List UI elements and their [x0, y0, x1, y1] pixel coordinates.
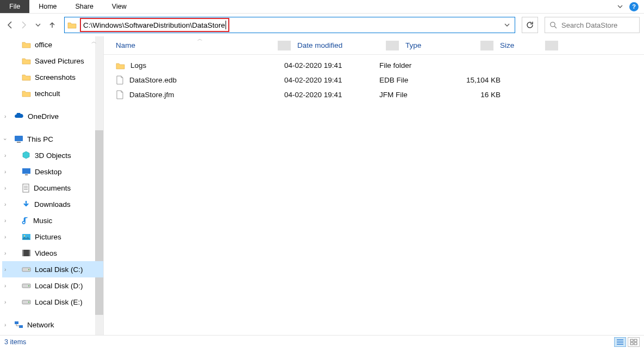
pic-icon — [22, 233, 31, 241]
up-button[interactable] — [47, 20, 58, 30]
recent-locations-button[interactable] — [33, 20, 43, 30]
chevron-right-icon[interactable]: › — [4, 169, 6, 175]
disk-icon — [22, 299, 31, 305]
chevron-right-icon[interactable]: › — [4, 250, 6, 256]
sidebar-item-pictures[interactable]: ›Pictures — [2, 229, 103, 245]
svg-rect-18 — [15, 321, 18, 324]
search-icon — [549, 21, 557, 29]
chevron-right-icon[interactable]: › — [4, 218, 6, 224]
sidebar-item-office[interactable]: office — [2, 36, 103, 53]
file-list-pane: ︿ Name Date modified Type Size Logs04-02… — [103, 36, 644, 335]
chevron-right-icon[interactable]: › — [4, 322, 6, 328]
chevron-right-icon[interactable]: › — [4, 201, 6, 207]
svg-point-8 — [24, 235, 26, 237]
sidebar-item-label: Documents — [34, 184, 71, 192]
sidebar-item-screenshots[interactable]: Screenshots — [2, 69, 103, 85]
expand-ribbon-icon[interactable] — [616, 3, 624, 10]
tab-home[interactable]: Home — [29, 0, 66, 13]
file-size: 15,104 KB — [454, 76, 506, 84]
sidebar-item-music[interactable]: ›Music — [2, 212, 103, 229]
sidebar-item-label: Network — [27, 321, 54, 329]
chevron-right-icon[interactable]: › — [4, 185, 6, 191]
chevron-down-icon[interactable]: › — [2, 138, 8, 140]
sidebar-item-label: Local Disk (E:) — [35, 298, 83, 306]
svg-point-0 — [551, 22, 555, 27]
chevron-right-icon[interactable]: › — [4, 153, 6, 159]
view-large-icons-button[interactable] — [628, 337, 640, 347]
sidebar-item-label: Desktop — [35, 168, 62, 176]
address-history-dropdown[interactable] — [499, 22, 515, 28]
file-icon — [116, 90, 124, 99]
cube-icon — [22, 151, 31, 160]
chevron-right-icon[interactable]: › — [4, 267, 6, 273]
chevron-right-icon[interactable]: › — [4, 283, 6, 289]
back-button[interactable] — [4, 20, 15, 30]
status-bar: 3 items — [0, 335, 644, 348]
search-input[interactable] — [561, 21, 635, 29]
column-size[interactable]: Size — [493, 41, 545, 49]
file-row[interactable]: Logs04-02-2020 19:41File folder — [104, 58, 644, 73]
file-row[interactable]: DataStore.jfm04-02-2020 19:41JFM File16 … — [104, 87, 644, 102]
chevron-right-icon[interactable]: › — [4, 299, 6, 305]
svg-rect-4 — [22, 168, 30, 174]
tab-file[interactable]: File — [0, 0, 29, 13]
search-box[interactable] — [545, 17, 640, 33]
address-bar[interactable]: C:\Windows\SoftwareDistribution\DataStor… — [64, 17, 515, 33]
file-modified: 04-02-2020 19:41 — [278, 61, 373, 69]
sidebar-item-onedrive[interactable]: › OneDrive — [2, 108, 103, 124]
tab-view[interactable]: View — [103, 0, 136, 13]
sidebar-item-label: Screenshots — [35, 73, 76, 81]
chevron-right-icon[interactable]: › — [4, 113, 6, 119]
help-icon[interactable]: ? — [629, 2, 639, 11]
sidebar-item-downloads[interactable]: ›Downloads — [2, 196, 103, 212]
column-type[interactable]: Type — [399, 41, 480, 49]
tab-share[interactable]: Share — [66, 0, 103, 13]
sidebar-item-label: This PC — [27, 135, 53, 143]
svg-rect-3 — [17, 142, 21, 143]
sidebar-item-desktop[interactable]: ›Desktop — [2, 163, 103, 180]
sidebar-item-label: Music — [33, 217, 52, 225]
sidebar-item-network[interactable]: › Network — [2, 317, 103, 333]
status-item-count: 3 items — [4, 338, 26, 346]
ribbon-tabs: File Home Share View ? — [0, 0, 644, 14]
disk-icon — [22, 266, 31, 273]
forward-button[interactable] — [18, 20, 29, 30]
scroll-up-icon[interactable]: ︿ — [91, 38, 97, 46]
refresh-button[interactable] — [522, 17, 538, 33]
folder-icon — [116, 62, 125, 69]
file-name: DataStore.jfm — [129, 91, 174, 99]
column-modified[interactable]: Date modified — [291, 41, 386, 49]
sidebar-item-saved-pictures[interactable]: Saved Pictures — [2, 53, 103, 69]
sidebar-item-local-disk-d-[interactable]: ›Local Disk (D:) — [2, 277, 103, 294]
sidebar-item-techcult[interactable]: techcult — [2, 85, 103, 102]
file-size: 16 KB — [454, 91, 506, 99]
sidebar-item-local-disk-c-[interactable]: ›Local Disk (C:) — [2, 261, 103, 277]
sidebar-item-thispc[interactable]: › This PC — [2, 131, 103, 147]
sidebar-item-label: office — [35, 41, 52, 49]
svg-rect-22 — [630, 343, 633, 345]
address-folder-icon — [65, 21, 79, 29]
sidebar-item-label: Local Disk (D:) — [35, 282, 83, 290]
sidebar-item-label: 3D Objects — [35, 151, 71, 160]
desktop-icon — [22, 168, 31, 175]
svg-rect-2 — [15, 136, 23, 141]
sidebar-item-3d-objects[interactable]: ›3D Objects — [2, 147, 103, 163]
doc-icon — [22, 184, 30, 193]
sidebar-item-label: OneDrive — [28, 112, 59, 121]
svg-rect-15 — [28, 286, 29, 287]
address-highlight: C:\Windows\SoftwareDistribution\DataStor… — [80, 18, 229, 32]
address-text[interactable]: C:\Windows\SoftwareDistribution\DataStor… — [83, 21, 225, 29]
sidebar-item-documents[interactable]: ›Documents — [2, 180, 103, 196]
sidebar-item-label: techcult — [35, 90, 60, 98]
chevron-right-icon[interactable]: › — [4, 234, 6, 240]
column-headers[interactable]: ︿ Name Date modified Type Size — [104, 36, 644, 55]
file-name: Logs — [130, 61, 146, 69]
file-row[interactable]: DataStore.edb04-02-2020 19:41EDB File15,… — [104, 73, 644, 87]
file-icon — [116, 75, 124, 85]
sidebar-item-label: Local Disk (C:) — [35, 265, 83, 274]
sidebar-item-local-disk-e-[interactable]: ›Local Disk (E:) — [2, 294, 103, 310]
sidebar-item-videos[interactable]: ›Videos — [2, 245, 103, 261]
file-modified: 04-02-2020 19:41 — [278, 91, 373, 99]
navigation-pane[interactable]: ︿ office Saved Pictures Screenshots tech… — [0, 36, 103, 335]
view-details-button[interactable] — [614, 337, 626, 347]
